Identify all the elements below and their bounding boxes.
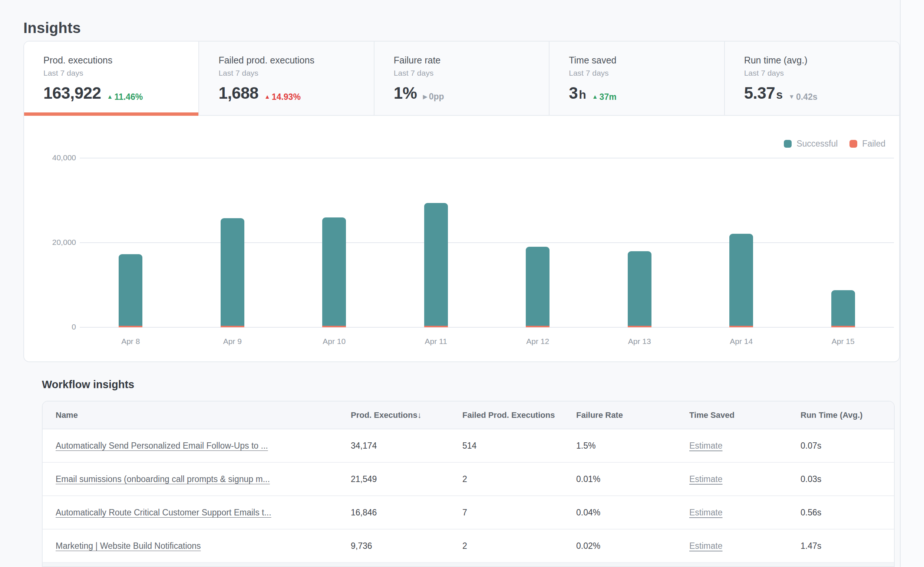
cell-prod-executions: 9,736 xyxy=(351,541,462,551)
chart-bar-group-apr-11[interactable]: Apr 11 xyxy=(385,158,487,327)
stacked-bar xyxy=(526,247,549,327)
table-next-row-sliver xyxy=(43,563,894,567)
up-arrow-icon: ▲ xyxy=(264,93,270,100)
legend-item-failed[interactable]: Failed xyxy=(849,139,885,149)
column-header-time-saved[interactable]: Time Saved xyxy=(689,411,801,420)
kpi-delta: ▼0.42s xyxy=(789,92,817,102)
bar-successful-segment xyxy=(322,217,346,326)
bar-failed-segment xyxy=(526,326,549,327)
kpi-value-row: 1,688▲14.93% xyxy=(218,84,374,102)
cell-failure-rate: 0.01% xyxy=(576,474,689,484)
cell-run-time: 1.47s xyxy=(801,541,894,551)
kpi-card-failure-rate[interactable]: Failure rateLast 7 days1%▶0pp xyxy=(374,42,549,115)
table-row: Marketing | Website Build Notifications9… xyxy=(43,529,894,563)
column-header-name[interactable]: Name xyxy=(43,411,351,420)
page-title: Insights xyxy=(23,20,81,36)
kpi-card-run-time-avg[interactable]: Run time (avg.)Last 7 days5.37s▼0.42s xyxy=(724,42,899,115)
column-header-prod-executions[interactable]: Prod. Executions↓ xyxy=(351,411,462,420)
bar-failed-segment xyxy=(220,326,244,327)
chart-bar-group-apr-14[interactable]: Apr 14 xyxy=(690,158,792,327)
kpi-card-time-saved[interactable]: Time savedLast 7 days3h▲37m xyxy=(549,42,724,115)
time-saved-estimate-link[interactable]: Estimate xyxy=(689,508,722,517)
bar-successful-segment xyxy=(628,251,651,326)
legend-label: Successful xyxy=(796,139,838,149)
x-axis-label: Apr 8 xyxy=(121,337,140,346)
kpi-value-row: 163,922▲11.46% xyxy=(44,84,198,102)
bar-successful-segment xyxy=(526,247,549,326)
legend-swatch-icon xyxy=(849,140,857,148)
bar-successful-segment xyxy=(729,234,753,326)
kpi-title: Failed prod. executions xyxy=(218,55,374,66)
kpi-value: 3 xyxy=(569,84,578,102)
stacked-bar xyxy=(118,254,142,327)
kpi-delta: ▲14.93% xyxy=(264,92,301,102)
kpi-tab-strip: Prod. executionsLast 7 days163,922▲11.46… xyxy=(24,42,899,116)
cell-failure-rate: 1.5% xyxy=(576,441,689,451)
cell-failed-prod-executions: 7 xyxy=(462,508,576,517)
kpi-value-row: 5.37s▼0.42s xyxy=(744,84,899,102)
cell-failed-prod-executions: 2 xyxy=(462,474,576,484)
legend-swatch-icon xyxy=(784,140,792,148)
stacked-bar xyxy=(729,234,753,327)
legend-item-successful[interactable]: Successful xyxy=(784,139,838,149)
kpi-unit: h xyxy=(579,88,586,102)
column-header-failure-rate[interactable]: Failure Rate xyxy=(576,411,689,420)
kpi-period: Last 7 days xyxy=(44,69,198,78)
kpi-value: 1% xyxy=(394,84,417,102)
y-axis-tick-label: 0 xyxy=(24,322,76,331)
kpi-title: Failure rate xyxy=(394,55,549,66)
kpi-card-failed-prod-executions[interactable]: Failed prod. executionsLast 7 days1,688▲… xyxy=(198,42,374,115)
kpi-title: Time saved xyxy=(569,55,724,66)
kpi-value-row: 3h▲37m xyxy=(569,84,724,102)
time-saved-estimate-link[interactable]: Estimate xyxy=(689,441,722,450)
bar-failed-segment xyxy=(424,326,448,327)
time-saved-estimate-link[interactable]: Estimate xyxy=(689,474,722,484)
up-arrow-icon: ▲ xyxy=(592,93,598,100)
x-axis-label: Apr 10 xyxy=(322,337,346,346)
column-header-run-time-avg-[interactable]: Run Time (Avg.) xyxy=(801,411,894,420)
stacked-bar xyxy=(831,290,855,327)
chart-bar-group-apr-12[interactable]: Apr 12 xyxy=(487,158,589,327)
kpi-delta: ▲11.46% xyxy=(107,92,143,102)
chart-bar-group-apr-10[interactable]: Apr 10 xyxy=(283,158,385,327)
x-axis-label: Apr 11 xyxy=(425,337,447,346)
kpi-period: Last 7 days xyxy=(394,69,549,78)
bar-failed-segment xyxy=(322,326,346,327)
cell-run-time: 0.56s xyxy=(801,508,894,517)
chart-bar-group-apr-15[interactable]: Apr 15 xyxy=(792,158,894,327)
kpi-title: Run time (avg.) xyxy=(744,55,899,66)
cell-prod-executions: 34,174 xyxy=(351,441,462,451)
cell-run-time: 0.03s xyxy=(801,474,894,484)
workflow-name-link[interactable]: Marketing | Website Build Notifications xyxy=(56,541,341,551)
time-saved-estimate-link[interactable]: Estimate xyxy=(689,541,722,550)
table-header-row: NameProd. Executions↓Failed Prod. Execut… xyxy=(43,402,894,429)
chart-bar-group-apr-8[interactable]: Apr 8 xyxy=(80,158,182,327)
kpi-delta: ▶0pp xyxy=(423,92,444,102)
kpi-unit: s xyxy=(776,88,783,102)
kpi-value-row: 1%▶0pp xyxy=(394,84,549,102)
bar-failed-segment xyxy=(729,326,753,327)
sort-descending-icon: ↓ xyxy=(417,411,422,420)
page-scrollbar-gutter[interactable] xyxy=(900,0,924,567)
cell-failure-rate: 0.02% xyxy=(576,541,689,551)
y-axis-tick-label: 20,000 xyxy=(24,238,76,247)
workflow-name-link[interactable]: Email sumissions (onboarding call prompt… xyxy=(56,474,341,484)
column-header-failed-prod-executions[interactable]: Failed Prod. Executions xyxy=(462,411,576,420)
x-axis-label: Apr 9 xyxy=(223,337,242,346)
chart-legend: SuccessfulFailed xyxy=(784,139,885,149)
kpi-period: Last 7 days xyxy=(569,69,724,78)
workflow-name-link[interactable]: Automatically Send Personalized Email Fo… xyxy=(56,441,341,451)
insights-panel: Prod. executionsLast 7 days163,922▲11.46… xyxy=(23,41,900,362)
bar-failed-segment xyxy=(831,326,855,327)
kpi-title: Prod. executions xyxy=(44,55,198,66)
workflow-insights-table: NameProd. Executions↓Failed Prod. Execut… xyxy=(42,401,895,567)
cell-failed-prod-executions: 2 xyxy=(462,541,576,551)
chart-bar-group-apr-13[interactable]: Apr 13 xyxy=(589,158,691,327)
workflow-name-link[interactable]: Automatically Route Critical Customer Su… xyxy=(56,508,341,517)
cell-failure-rate: 0.04% xyxy=(576,508,689,517)
chart-bar-group-apr-9[interactable]: Apr 9 xyxy=(182,158,284,327)
kpi-card-prod-executions[interactable]: Prod. executionsLast 7 days163,922▲11.46… xyxy=(24,42,198,115)
y-axis-tick-label: 40,000 xyxy=(24,153,76,162)
kpi-value: 163,922 xyxy=(44,84,101,102)
chart-bars: Apr 8Apr 9Apr 10Apr 11Apr 12Apr 13Apr 14… xyxy=(80,158,894,327)
